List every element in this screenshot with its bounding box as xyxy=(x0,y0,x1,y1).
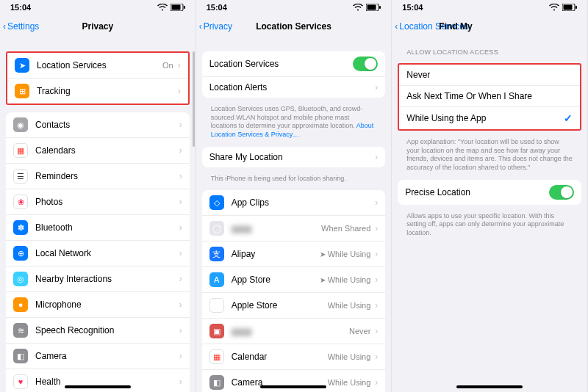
row-camera[interactable]: ◧Camera› xyxy=(6,343,190,369)
row-precise-location[interactable]: Precise Location xyxy=(398,180,581,205)
row-status: ➤While Using xyxy=(320,275,371,284)
wifi-icon xyxy=(353,4,363,11)
row-label: Location Services xyxy=(209,59,354,69)
row-label: Calendar xyxy=(232,352,328,362)
row-location-services[interactable]: ➤Location ServicesOn› xyxy=(7,53,188,78)
toggle-on[interactable] xyxy=(353,57,378,71)
row-health[interactable]: ♥Health› xyxy=(6,369,190,392)
row-app-alipay[interactable]: 支Alipay➤While Using› xyxy=(202,241,386,266)
app-icon: ⊕ xyxy=(13,246,28,261)
content[interactable]: ➤Location ServicesOn›⊞Tracking› ◉Contact… xyxy=(0,40,196,392)
scroll-indicator xyxy=(193,51,195,147)
wifi-icon xyxy=(549,4,559,11)
row-nearby-interactions[interactable]: ◎Nearby Interactions› xyxy=(6,266,190,291)
chevron-right-icon: › xyxy=(375,152,378,162)
chevron-right-icon: › xyxy=(375,223,378,233)
footnote: This iPhone is being used for location s… xyxy=(202,175,386,186)
row-location-services-toggle[interactable]: Location Services xyxy=(202,51,386,76)
row-app-camera[interactable]: ◧CameraWhile Using› xyxy=(202,369,386,392)
chevron-right-icon: › xyxy=(375,352,378,362)
row-tracking[interactable]: ⊞Tracking› xyxy=(7,78,188,104)
row-status: When Shared xyxy=(321,224,370,233)
chevron-right-icon: › xyxy=(179,120,182,130)
chevron-right-icon: › xyxy=(375,197,378,208)
chevron-right-icon: › xyxy=(179,145,182,156)
row-app-apple-store[interactable]: Apple StoreWhile Using› xyxy=(202,292,386,318)
row-label: Apple Store xyxy=(232,300,328,311)
row-app-app-store[interactable]: AApp Store➤While Using› xyxy=(202,266,386,292)
content[interactable]: ALLOW LOCATION ACCESS Never Ask Next Tim… xyxy=(392,40,587,392)
page-title: Privacy xyxy=(0,21,196,32)
row-status: While Using xyxy=(328,352,371,361)
row-label: Ask Next Time Or When I Share xyxy=(406,91,573,101)
app-icon: ◉ xyxy=(13,117,28,132)
nav-bar: ‹ Settings Privacy xyxy=(0,13,196,40)
content[interactable]: Location Services Location Alerts › Loca… xyxy=(196,40,392,392)
row-label: Share My Location xyxy=(209,152,374,162)
option-never[interactable]: Never xyxy=(399,65,580,85)
row-label: While Using the App xyxy=(406,113,564,123)
screen-privacy: 15:04 ‹ Settings Privacy ➤Location Servi… xyxy=(0,0,196,392)
option-ask-next-time[interactable]: Ask Next Time Or When I Share xyxy=(399,85,580,106)
group-location-tracking: ➤Location ServicesOn›⊞Tracking› xyxy=(6,51,190,105)
row-app-blurred-[interactable]: ▣▆▆▆Never› xyxy=(202,318,386,344)
home-indicator xyxy=(456,385,523,388)
home-indicator xyxy=(65,385,131,388)
chevron-right-icon: › xyxy=(375,300,378,311)
row-label: Precise Location xyxy=(405,187,549,197)
status-text: While Using xyxy=(328,378,371,387)
row-photos[interactable]: ❀Photos› xyxy=(6,189,190,214)
svg-rect-8 xyxy=(576,6,577,9)
row-label: Speech Recognition xyxy=(35,325,178,335)
app-icon: ≋ xyxy=(13,323,28,338)
app-icon: ▣ xyxy=(209,324,224,338)
row-label: Local Network xyxy=(35,248,178,258)
location-arrow-icon: ➤ xyxy=(320,250,326,258)
row-app-blurred-[interactable]: ◯▆▆▆When Shared› xyxy=(202,215,386,241)
row-label: ▆▆▆ xyxy=(232,223,321,233)
status-time: 15:04 xyxy=(402,3,423,12)
group-share-location: Share My Location › xyxy=(202,147,386,167)
row-location-alerts[interactable]: Location Alerts › xyxy=(202,76,386,98)
row-app-app-clips[interactable]: ◇App Clips› xyxy=(202,190,386,215)
chevron-right-icon: › xyxy=(179,325,182,335)
screen-find-my: 15:04 ‹ Location Services Find My ALLOW … xyxy=(392,0,588,392)
chevron-right-icon: › xyxy=(375,249,378,259)
chevron-right-icon: › xyxy=(179,197,182,207)
row-app-calendar[interactable]: ▦CalendarWhile Using› xyxy=(202,344,386,369)
row-contacts[interactable]: ◉Contacts› xyxy=(6,112,190,137)
row-share-my-location[interactable]: Share My Location › xyxy=(202,147,386,167)
row-label: Bluetooth xyxy=(35,222,178,233)
row-speech-recognition[interactable]: ≋Speech Recognition› xyxy=(6,317,190,343)
app-icon xyxy=(209,298,224,313)
option-while-using[interactable]: While Using the App ✓ xyxy=(399,106,580,129)
row-calendars[interactable]: ▦Calendars› xyxy=(6,137,190,163)
row-label: Camera xyxy=(35,351,178,361)
app-icon: ♥ xyxy=(13,374,28,389)
nav-bar: ‹ Privacy Location Services xyxy=(196,13,392,40)
row-label: App Clips xyxy=(232,197,374,208)
footnote-precise: Allows apps to use your specific locatio… xyxy=(398,212,581,241)
row-microphone[interactable]: ●Microphone› xyxy=(6,291,190,317)
app-icon: ☰ xyxy=(13,169,28,184)
row-local-network[interactable]: ⊕Local Network› xyxy=(6,240,190,266)
screen-location-services: 15:04 ‹ Privacy Location Services Locati… xyxy=(196,0,392,392)
group-apps: ◇App Clips›◯▆▆▆When Shared›支Alipay➤While… xyxy=(202,190,386,392)
chevron-right-icon: › xyxy=(375,275,378,285)
section-header: ALLOW LOCATION ACCESS xyxy=(398,40,581,59)
app-icon: ➤ xyxy=(15,58,29,73)
row-label: Reminders xyxy=(35,171,178,181)
footnote-text: Location Services uses GPS, Bluetooth, a… xyxy=(211,105,363,129)
chevron-right-icon: › xyxy=(178,60,181,70)
chevron-right-icon: › xyxy=(179,171,182,181)
status-text: While Using xyxy=(328,250,371,258)
toggle-on[interactable] xyxy=(549,185,574,200)
row-label: ▆▆▆ xyxy=(232,326,349,336)
footnote-explanation: App explanation: "Your location will be … xyxy=(398,138,581,175)
app-icon: ▦ xyxy=(13,143,28,158)
svg-rect-7 xyxy=(563,5,572,10)
row-label: Location Services xyxy=(37,60,162,70)
row-bluetooth[interactable]: ✽Bluetooth› xyxy=(6,214,190,240)
row-reminders[interactable]: ☰Reminders› xyxy=(6,163,190,189)
app-icon: ◧ xyxy=(209,375,224,390)
